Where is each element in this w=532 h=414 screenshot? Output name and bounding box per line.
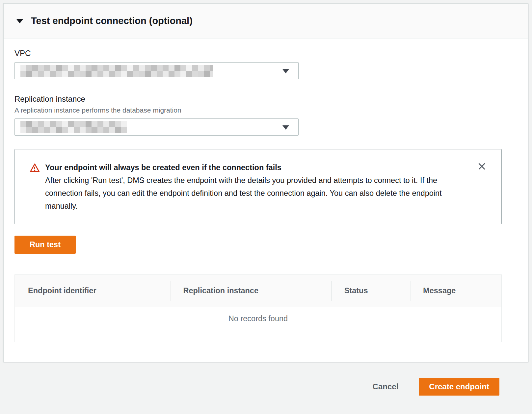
vpc-select[interactable] <box>14 62 299 79</box>
vpc-field: VPC <box>14 49 517 79</box>
replication-instance-label: Replication instance <box>14 94 517 104</box>
section-body: VPC Replication instance A replication i… <box>4 49 528 342</box>
section-title: Test endpoint connection (optional) <box>31 15 193 26</box>
create-endpoint-button[interactable]: Create endpoint <box>419 378 499 396</box>
column-header-endpoint-identifier: Endpoint identifier <box>15 275 170 307</box>
cancel-button[interactable]: Cancel <box>373 382 399 391</box>
footer-actions: Cancel Create endpoint <box>373 378 499 396</box>
column-header-status: Status <box>331 275 410 307</box>
table-body: No records found <box>15 307 501 342</box>
chevron-down-icon <box>282 69 289 73</box>
chevron-down-icon <box>282 125 289 130</box>
vpc-label: VPC <box>14 49 517 58</box>
replication-instance-field: Replication instance A replication insta… <box>14 94 517 136</box>
warning-alert: Your endpoint will always be created eve… <box>14 149 502 224</box>
run-test-button[interactable]: Run test <box>14 236 76 254</box>
replication-instance-description: A replication instance performs the data… <box>14 106 517 114</box>
table-header-row: Endpoint identifier Replication instance… <box>15 275 501 307</box>
replication-instance-select[interactable] <box>14 118 299 136</box>
warning-triangle-icon <box>30 163 40 213</box>
warning-title: Your endpoint will always be created eve… <box>45 161 467 174</box>
warning-body: After clicking 'Run test', DMS creates t… <box>45 174 467 213</box>
section-header-toggle[interactable]: Test endpoint connection (optional) <box>4 4 528 39</box>
warning-text: Your endpoint will always be created eve… <box>45 161 487 213</box>
empty-state-message: No records found <box>15 307 501 323</box>
page: Test endpoint connection (optional) VPC … <box>0 0 532 414</box>
replication-instance-redacted-value <box>20 121 127 133</box>
column-header-replication-instance: Replication instance <box>170 275 331 307</box>
collapse-triangle-icon <box>16 19 23 23</box>
test-endpoint-section: Test endpoint connection (optional) VPC … <box>3 3 528 362</box>
test-results-table: Endpoint identifier Replication instance… <box>14 274 502 342</box>
column-header-message: Message <box>410 275 501 307</box>
vpc-redacted-value <box>20 65 213 77</box>
close-icon[interactable] <box>476 161 488 172</box>
